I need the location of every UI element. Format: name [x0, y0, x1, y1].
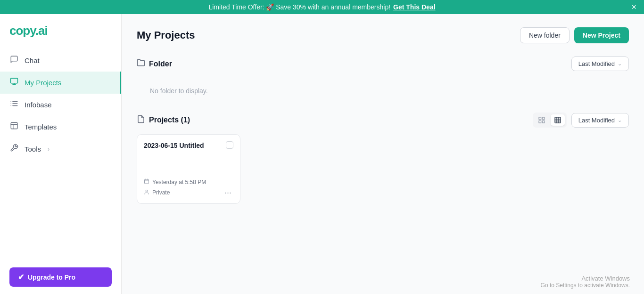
view-list-button[interactable]	[535, 114, 549, 126]
deal-link[interactable]: Get This Deal	[393, 3, 435, 11]
svg-rect-12	[539, 117, 541, 120]
upgrade-icon: ✔	[18, 273, 24, 282]
project-more-button[interactable]: ···	[223, 187, 233, 198]
logo-text-accent: .ai	[35, 24, 48, 38]
folder-icon	[137, 58, 145, 69]
sidebar-item-tools[interactable]: Tools ›	[0, 138, 121, 160]
sidebar-item-templates-label: Templates	[25, 123, 57, 131]
new-folder-button[interactable]: New folder	[520, 27, 570, 43]
card-top: 2023-06-15 Untitled	[144, 141, 233, 151]
logo: copy.ai	[0, 24, 121, 49]
view-grid-button[interactable]	[551, 114, 565, 126]
new-project-button[interactable]: New Project	[574, 27, 629, 43]
page-header: My Projects New folder New Project	[137, 27, 629, 43]
sidebar-item-my-projects[interactable]: My Projects	[0, 72, 121, 94]
projects-section: Projects (1) Last Modified ⌄	[137, 113, 629, 204]
calendar-icon	[144, 178, 149, 185]
sidebar-item-chat[interactable]: Chat	[0, 49, 121, 72]
folder-empty-state: No folder to display.	[137, 78, 629, 99]
banner-close-button[interactable]: ×	[631, 3, 636, 11]
projects-grid: 2023-06-15 Untitled Yesterday at 5:58 PM	[137, 134, 629, 204]
svg-rect-21	[145, 179, 149, 184]
sidebar-item-my-projects-label: My Projects	[25, 79, 61, 87]
banner-text: Limited Time Offer: 🚀 Save 30% with an a…	[208, 3, 390, 11]
sidebar: copy.ai Chat My Projects Infobase	[0, 14, 122, 294]
folder-last-modified-button[interactable]: Last Modified ⌄	[571, 56, 629, 71]
sidebar-item-tools-label: Tools	[25, 145, 41, 153]
project-visibility: Private	[152, 189, 170, 196]
project-checkbox[interactable]	[226, 141, 233, 149]
project-title: 2023-06-15 Untitled	[144, 141, 204, 151]
svg-rect-13	[542, 117, 545, 120]
folder-last-modified-chevron-icon: ⌄	[618, 61, 622, 67]
svg-rect-0	[11, 78, 18, 83]
chat-icon	[9, 55, 19, 66]
templates-icon	[9, 121, 19, 132]
upgrade-label: Upgrade to Pro	[28, 274, 75, 281]
projects-last-modified-button[interactable]: Last Modified ⌄	[571, 113, 629, 128]
svg-rect-9	[11, 122, 17, 129]
page-title: My Projects	[137, 29, 195, 41]
projects-section-title: Projects (1)	[137, 115, 190, 126]
upgrade-button[interactable]: ✔ Upgrade to Pro	[9, 267, 112, 287]
projects-last-modified-chevron-icon: ⌄	[618, 117, 622, 123]
svg-rect-15	[542, 121, 545, 123]
tools-icon	[9, 144, 19, 154]
folder-last-modified-label: Last Modified	[578, 60, 615, 67]
card-visibility-row: Private ···	[144, 187, 233, 198]
card-date-row: Yesterday at 5:58 PM	[144, 178, 233, 185]
folder-section-title: Folder	[137, 58, 172, 69]
projects-header-right: Last Modified ⌄	[533, 113, 629, 128]
projects-last-modified-label: Last Modified	[578, 117, 615, 124]
sidebar-item-chat-label: Chat	[25, 56, 40, 64]
projects-title-text: Projects (1)	[149, 116, 190, 124]
card-meta: Yesterday at 5:58 PM Private ···	[144, 178, 233, 198]
sidebar-item-infobase[interactable]: Infobase	[0, 94, 121, 116]
tools-chevron-icon: ›	[48, 146, 50, 153]
infobase-icon	[9, 99, 19, 110]
projects-section-header: Projects (1) Last Modified ⌄	[137, 113, 629, 128]
main-content: My Projects New folder New Project Folde…	[122, 14, 644, 294]
my-projects-icon	[9, 77, 19, 88]
project-date: Yesterday at 5:58 PM	[152, 179, 206, 185]
folder-title-text: Folder	[149, 60, 172, 68]
sidebar-item-templates[interactable]: Templates	[0, 116, 121, 138]
folder-section: Folder Last Modified ⌄ No folder to disp…	[137, 56, 629, 99]
projects-icon	[137, 115, 145, 126]
folder-section-header: Folder Last Modified ⌄	[137, 56, 629, 71]
promo-banner: Limited Time Offer: 🚀 Save 30% with an a…	[0, 0, 644, 14]
nav-items: Chat My Projects Infobase Templates	[0, 49, 121, 260]
sidebar-item-infobase-label: Infobase	[25, 101, 52, 109]
header-buttons: New folder New Project	[520, 27, 629, 43]
svg-rect-16	[555, 117, 561, 123]
table-row[interactable]: 2023-06-15 Untitled Yesterday at 5:58 PM	[137, 134, 240, 204]
view-toggle	[533, 113, 567, 128]
svg-rect-14	[539, 121, 541, 123]
user-icon	[144, 189, 149, 196]
svg-point-25	[146, 190, 148, 192]
app-layout: copy.ai Chat My Projects Infobase	[0, 14, 644, 294]
logo-text-main: copy	[9, 24, 35, 38]
